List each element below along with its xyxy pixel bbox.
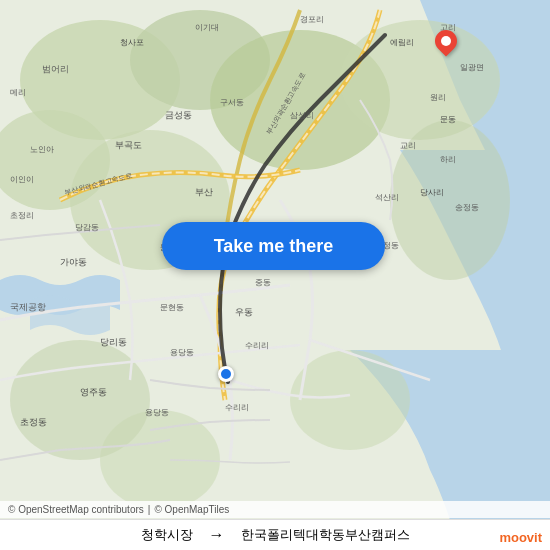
svg-text:에림리: 에림리 [390,38,414,47]
svg-text:영주동: 영주동 [80,387,107,397]
map-background: 범어리 청사포 이기대 경포리 에림리 고리 일광면 메리 원리 문동 노인아 … [0,0,550,550]
svg-text:하리: 하리 [440,155,456,164]
svg-text:원리: 원리 [430,93,446,102]
svg-text:교리: 교리 [400,141,416,150]
svg-text:부곡도: 부곡도 [115,140,142,150]
svg-text:부산: 부산 [195,187,213,197]
svg-text:당감동: 당감동 [75,223,99,232]
svg-text:일광면: 일광면 [460,63,484,72]
moovit-logo: moovit [499,528,542,546]
svg-text:이기대: 이기대 [195,23,219,32]
svg-text:청사포: 청사포 [120,38,144,47]
svg-text:초정동: 초정동 [20,417,47,427]
svg-text:국제공항: 국제공항 [10,302,46,312]
svg-text:범어리: 범어리 [42,64,69,74]
svg-text:노인아: 노인아 [30,145,54,154]
svg-text:송정동: 송정동 [455,203,479,212]
svg-text:우동: 우동 [235,307,253,317]
svg-text:경포리: 경포리 [300,15,324,24]
svg-text:당사리: 당사리 [420,188,444,197]
route-origin: 청학시장 [141,526,193,544]
svg-text:초정리: 초정리 [10,211,34,220]
attribution-text: © OpenStreetMap contributors [8,504,144,515]
svg-text:문현동: 문현동 [160,303,184,312]
svg-text:당리동: 당리동 [100,337,127,347]
svg-text:금성동: 금성동 [165,110,192,120]
svg-text:중동: 중동 [255,278,271,287]
svg-text:석산리: 석산리 [375,193,399,202]
attribution-bar: © OpenStreetMap contributors | © OpenMap… [0,501,550,518]
svg-text:수리리: 수리리 [245,341,269,350]
route-destination: 한국폴리텍대학동부산캠퍼스 [241,526,410,544]
attribution-text2: © OpenMapTiles [154,504,229,515]
take-me-there-button[interactable]: Take me there [162,222,385,270]
origin-pin [218,366,234,382]
moovit-text: moovit [499,530,542,545]
svg-text:구서동: 구서동 [220,98,244,107]
svg-point-5 [340,20,500,140]
svg-text:가야동: 가야동 [60,257,87,267]
map-container: 범어리 청사포 이기대 경포리 에림리 고리 일광면 메리 원리 문동 노인아 … [0,0,550,550]
svg-text:문동: 문동 [440,115,456,124]
svg-text:이인이: 이인이 [10,175,34,184]
svg-text:용당동: 용당동 [170,348,194,357]
bottom-info-bar: 청학시장 → 한국폴리텍대학동부산캠퍼스 [0,519,550,550]
svg-point-8 [290,350,410,450]
route-arrow: → [209,526,225,544]
svg-text:용당동: 용당동 [145,408,169,417]
svg-text:수리리: 수리리 [225,403,249,412]
svg-text:메리: 메리 [10,88,26,97]
svg-text:삼성리: 삼성리 [290,111,314,120]
